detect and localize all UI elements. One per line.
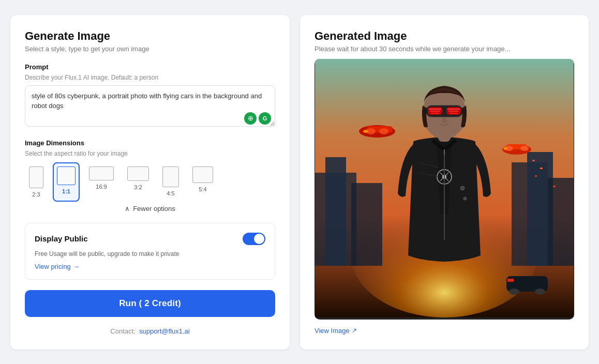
svg-rect-37	[450, 113, 458, 114]
external-link-icon: ↗	[352, 327, 357, 334]
right-title: Generated Image	[315, 29, 574, 43]
svg-rect-35	[447, 109, 460, 110]
ratio-3-2-box	[127, 166, 149, 181]
ratio-5-4[interactable]: 5:4	[188, 162, 217, 202]
right-header: Generated Image Please wait for about 30…	[315, 29, 574, 53]
svg-point-17	[503, 147, 507, 150]
svg-rect-32	[429, 109, 441, 110]
svg-rect-5	[351, 183, 382, 266]
view-image-label: View Image	[315, 327, 350, 335]
grammarcheck-icon[interactable]: G	[259, 112, 271, 125]
ratio-1-1-label: 1:1	[62, 188, 70, 194]
generated-image-svg	[315, 59, 574, 317]
toggle-knob	[254, 234, 264, 244]
svg-point-49	[463, 197, 467, 200]
prompt-input[interactable]: style of 80s cyberpunk, a portrait photo…	[25, 85, 275, 127]
svg-rect-8	[548, 178, 574, 266]
left-header: Generate Image Select a style, type to g…	[25, 29, 275, 53]
right-subtitle: Please wait for about 30 seconds while w…	[315, 45, 574, 53]
svg-rect-9	[532, 160, 535, 161]
aspect-ratio-group: 2:3 1:1 16:9 3:2 4:5	[25, 162, 275, 202]
display-public-title: Display Public	[35, 234, 88, 243]
view-pricing-link[interactable]: View pricing →	[35, 263, 80, 270]
ratio-5-4-label: 5:4	[199, 186, 206, 192]
generated-image-panel: Generated Image Please wait for about 30…	[300, 15, 589, 350]
svg-rect-36	[448, 111, 459, 112]
generate-image-panel: Generate Image Select a style, type to g…	[10, 15, 290, 350]
svg-rect-26	[507, 279, 514, 282]
svg-point-24	[509, 289, 519, 295]
svg-rect-11	[535, 175, 537, 177]
svg-rect-4	[325, 157, 346, 266]
ratio-1-1[interactable]: 1:1	[53, 162, 80, 202]
prompt-wrapper: style of 80s cyberpunk, a portrait photo…	[25, 85, 275, 129]
prompt-hint: Describe your Flux.1 AI image, Default: …	[25, 74, 275, 81]
ratio-2-3[interactable]: 2:3	[25, 162, 48, 202]
dimensions-section: Image Dimensions Select the aspect ratio…	[25, 139, 275, 213]
fewer-options-button[interactable]: ∧ Fewer options	[25, 205, 275, 213]
ratio-16-9-label: 16:9	[96, 184, 107, 190]
svg-point-48	[460, 186, 465, 190]
ratio-4-5-label: 4:5	[167, 190, 174, 196]
display-public-header: Display Public	[35, 233, 265, 245]
view-pricing-arrow: →	[73, 263, 80, 270]
svg-point-16	[520, 146, 529, 151]
svg-rect-38	[423, 109, 428, 113]
display-public-section: Display Public Free Usage will be public…	[25, 223, 275, 280]
generated-image-container	[315, 59, 574, 320]
ratio-4-5-box	[162, 166, 179, 187]
svg-point-22	[363, 130, 368, 133]
display-public-toggle[interactable]	[243, 233, 265, 245]
ratio-16-9[interactable]: 16:9	[85, 162, 118, 202]
display-public-desc: Free Usage will be public, upgrade to ma…	[35, 250, 265, 257]
view-image-section: View Image ↗	[315, 326, 574, 335]
prompt-label: Prompt	[25, 63, 275, 71]
view-pricing-label: View pricing	[35, 263, 71, 270]
contact-label: Contact:	[110, 327, 135, 335]
chevron-up-icon: ∧	[125, 205, 130, 213]
dimensions-hint: Select the aspect ratio for your image	[25, 150, 275, 157]
left-subtitle: Select a style, type to get your own ima…	[25, 45, 275, 53]
svg-point-21	[379, 128, 388, 134]
prompt-icon-group: ⊕ G	[244, 112, 271, 125]
ratio-4-5[interactable]: 4:5	[158, 162, 183, 202]
prompt-section: Prompt Describe your Flux.1 AI image, De…	[25, 63, 275, 129]
contact-email-link[interactable]: support@flux1.ai	[139, 327, 190, 335]
main-container: Generate Image Select a style, type to g…	[10, 15, 589, 350]
svg-rect-34	[431, 113, 439, 114]
svg-point-25	[535, 289, 545, 295]
view-image-link[interactable]: View Image ↗	[315, 327, 357, 335]
svg-rect-12	[553, 186, 556, 187]
attachment-icon[interactable]: ⊕	[244, 112, 257, 125]
svg-rect-39	[461, 109, 466, 113]
fewer-options-label: Fewer options	[133, 205, 175, 213]
ratio-3-2[interactable]: 3:2	[123, 162, 153, 202]
ratio-2-3-label: 2:3	[32, 191, 40, 198]
svg-rect-33	[430, 111, 440, 112]
ratio-5-4-box	[192, 166, 213, 183]
ratio-16-9-box	[89, 166, 114, 180]
dimensions-label: Image Dimensions	[25, 139, 275, 147]
ratio-2-3-box	[29, 166, 43, 188]
left-title: Generate Image	[25, 29, 275, 43]
ratio-1-1-box	[57, 166, 76, 185]
run-button[interactable]: Run ( 2 Credit)	[25, 290, 275, 317]
contact-line: Contact: support@flux1.ai	[25, 327, 275, 335]
ratio-3-2-label: 3:2	[134, 184, 142, 190]
svg-rect-10	[540, 168, 543, 169]
